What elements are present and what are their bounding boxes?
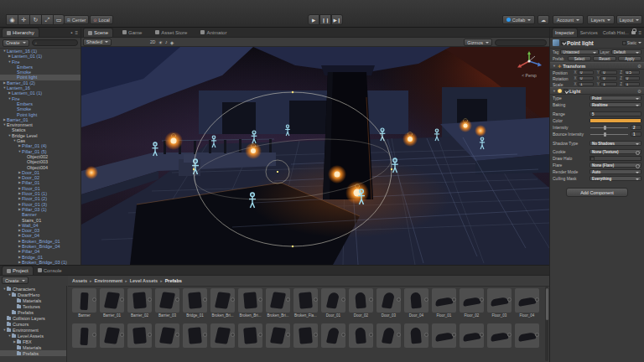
project-folder-item[interactable]: ▼DwarfHero (0, 292, 66, 297)
prefab-asset-tile[interactable]: Bridge_01 (183, 288, 207, 318)
project-folder-item[interactable]: Cursors (0, 321, 66, 327)
prefab-asset-tile[interactable] (100, 323, 124, 354)
property-control[interactable]: No Shadows (589, 141, 641, 147)
prefab-expand-icon[interactable] (424, 333, 428, 337)
project-folder-item[interactable]: Prefabs (0, 350, 66, 356)
z-field[interactable]: 0 (624, 76, 640, 81)
menu-icon[interactable]: ≡ (638, 30, 641, 35)
lighting-toggle-icon[interactable]: ☀ (158, 39, 162, 45)
property-control[interactable]: None (Texture) (589, 149, 641, 155)
prefab-asset-tile[interactable] (266, 323, 290, 354)
tool-button[interactable]: ▭ (53, 14, 65, 25)
prefab-expand-icon[interactable] (120, 297, 124, 302)
prefab-asset-tile[interactable]: Barrier_01 (100, 288, 124, 318)
inspector-tab[interactable]: Services (578, 28, 600, 37)
prefab-asset-tile[interactable] (460, 323, 484, 354)
gizmos-dropdown[interactable]: Gizmos (464, 39, 492, 46)
scene-viewport[interactable] (81, 47, 549, 265)
prefab-action-button[interactable]: Revert (593, 56, 616, 62)
prefab-expand-icon[interactable] (231, 297, 235, 302)
perspective-label[interactable]: < Persp (513, 73, 545, 78)
pin-icon[interactable]: ▪ (70, 30, 72, 35)
add-component-button[interactable]: Add Component (566, 188, 628, 197)
property-control[interactable] (589, 118, 641, 124)
prefab-asset-tile[interactable] (238, 323, 262, 354)
y-field[interactable]: 0 (600, 70, 616, 75)
prefab-asset-tile[interactable] (127, 323, 152, 354)
hierarchy-search-input[interactable]: ⌕ (32, 39, 78, 46)
prefab-expand-icon[interactable] (397, 297, 401, 302)
prefab-expand-icon[interactable] (314, 297, 318, 302)
project-folder-item[interactable]: Materials (0, 297, 66, 303)
prefab-expand-icon[interactable] (424, 297, 428, 302)
tool-button[interactable]: ◉ (6, 14, 18, 25)
property-control[interactable]: 2 (589, 125, 641, 131)
prefab-expand-icon[interactable] (341, 297, 345, 302)
prefab-expand-icon[interactable] (452, 333, 456, 337)
prefab-expand-icon[interactable] (535, 297, 539, 302)
prefab-expand-icon[interactable] (480, 297, 484, 302)
inspector-tab[interactable]: Collab Hist... (600, 28, 631, 37)
control-knob[interactable] (604, 132, 606, 137)
gameobject-name-field[interactable]: Point light (567, 40, 621, 46)
prefab-asset-tile[interactable] (321, 323, 345, 354)
tag-dropdown[interactable]: Untagged (560, 49, 598, 54)
prefab-asset-tile[interactable]: Banner (72, 288, 96, 318)
prefab-expand-icon[interactable] (92, 297, 96, 302)
lock-icon[interactable] (631, 31, 636, 34)
view-tab[interactable]: Scene (83, 28, 113, 37)
prefab-asset-tile[interactable]: Barrier_03 (155, 288, 179, 318)
project-folder-item[interactable]: ▼Characters (0, 286, 66, 292)
view-tab[interactable]: Game (118, 28, 146, 37)
prefab-asset-tile[interactable]: Broken_Bri... (238, 288, 262, 318)
prefab-asset-tile[interactable]: Barrier_02 (127, 288, 152, 318)
breadcrumb-item[interactable]: Environment▸ (95, 278, 130, 283)
prefab-asset-tile[interactable] (155, 323, 179, 354)
2d-toggle[interactable]: 2D (150, 39, 155, 44)
vertical-scrollbar[interactable] (545, 287, 548, 361)
project-folder-item[interactable]: ▼Level Assets (0, 333, 66, 339)
property-control[interactable]: Auto (589, 169, 641, 175)
breadcrumb-item[interactable]: Assets▸ (72, 278, 95, 283)
effects-dropdown-icon[interactable]: ◈ (170, 39, 174, 45)
prefab-asset-tile[interactable] (487, 323, 512, 354)
prefab-expand-icon[interactable] (286, 333, 290, 337)
scene-search-input[interactable] (495, 39, 547, 46)
prefab-expand-icon[interactable] (452, 297, 456, 302)
prefab-expand-icon[interactable] (369, 333, 373, 337)
prefab-expand-icon[interactable] (480, 333, 484, 337)
prefab-expand-icon[interactable] (148, 297, 152, 302)
project-folder-item[interactable]: ▶FBX (0, 339, 66, 344)
layer-dropdown[interactable]: Default (611, 49, 641, 54)
project-folder-item[interactable]: Textures (0, 303, 66, 309)
tool-button[interactable]: ✛ (18, 14, 29, 25)
tab-hierarchy[interactable]: Hierarchy (2, 28, 39, 37)
scrollbar-thumb[interactable] (546, 288, 548, 320)
static-dropdown[interactable]: Static (622, 41, 641, 45)
prefab-asset-tile[interactable] (72, 323, 96, 354)
cloud-button[interactable]: ☁ (538, 15, 549, 24)
prefab-asset-tile[interactable]: Broken_Bri... (210, 288, 235, 318)
prefab-asset-tile[interactable]: Door_01 (321, 288, 345, 318)
audio-toggle-icon[interactable]: ♪ (165, 39, 168, 44)
prefab-asset-tile[interactable]: Broken_Fla... (293, 288, 318, 318)
prefab-expand-icon[interactable] (258, 297, 262, 302)
prefab-expand-icon[interactable] (203, 297, 207, 302)
project-folder-item[interactable]: ▼Environment (0, 327, 66, 333)
control-knob[interactable] (604, 126, 606, 130)
light-component-header[interactable]: ▼ Light ⚙ (550, 87, 644, 95)
breadcrumb-item[interactable]: Level Assets▸ (130, 278, 165, 283)
prefab-expand-icon[interactable] (203, 333, 207, 337)
project-folder-item[interactable]: Prefabs (0, 309, 66, 315)
x-field[interactable]: 0 (578, 76, 594, 81)
light-enabled-checkbox[interactable] (564, 89, 568, 93)
prefab-expand-icon[interactable] (286, 297, 290, 302)
prefab-asset-tile[interactable] (515, 323, 539, 354)
account-dropdown[interactable]: Account (553, 15, 584, 24)
prefab-action-button[interactable]: Apply (618, 56, 641, 62)
z-field[interactable]: 0.5 (624, 70, 640, 75)
space-toggle-button[interactable]: ⊙Local (90, 15, 113, 24)
prefab-expand-icon[interactable] (148, 333, 152, 337)
pause-button[interactable]: ❙❙ (319, 14, 331, 25)
y-field[interactable]: 0 (600, 76, 616, 81)
